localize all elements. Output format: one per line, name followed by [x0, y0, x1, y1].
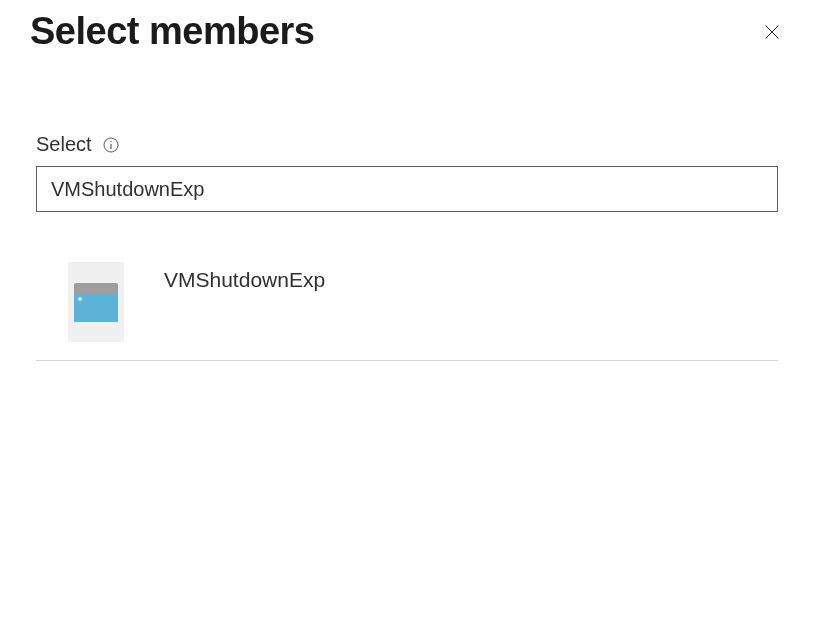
close-icon	[762, 22, 782, 42]
result-icon-container	[68, 262, 124, 342]
info-icon[interactable]	[102, 136, 120, 154]
result-item[interactable]: VMShutdownExp	[36, 262, 778, 360]
close-button[interactable]	[760, 20, 784, 44]
results-divider	[36, 360, 778, 361]
select-members-panel: Select members Select	[0, 0, 814, 361]
panel-content: Select VMS	[0, 53, 814, 361]
panel-title: Select members	[30, 10, 315, 53]
panel-header: Select members	[0, 0, 814, 53]
svg-point-4	[110, 140, 111, 141]
results-list: VMShutdownExp	[36, 262, 778, 361]
app-icon	[74, 283, 118, 321]
select-label: Select	[36, 133, 92, 156]
result-name: VMShutdownExp	[164, 262, 325, 292]
field-label-row: Select	[36, 133, 778, 156]
search-input[interactable]	[36, 166, 778, 212]
